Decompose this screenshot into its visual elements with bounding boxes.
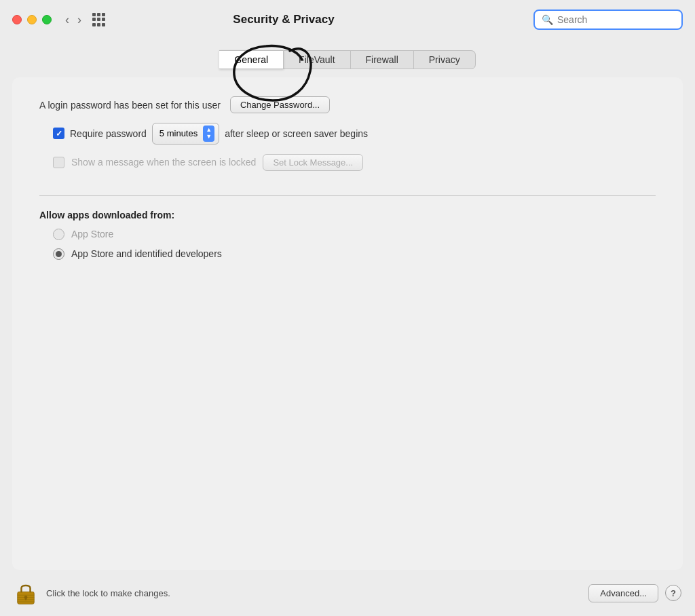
lock-icon[interactable]: [14, 581, 38, 605]
radio-app-store-developers[interactable]: [53, 248, 64, 260]
require-password-checkbox[interactable]: [53, 128, 64, 139]
allow-apps-title: Allow apps downloaded from:: [39, 210, 656, 220]
help-button[interactable]: ?: [665, 585, 681, 601]
svg-rect-6: [25, 598, 26, 600]
password-delay-dropdown[interactable]: 5 minutes ▲ ▼: [152, 123, 219, 145]
close-button[interactable]: [12, 15, 22, 24]
tab-privacy[interactable]: Privacy: [414, 50, 476, 69]
search-input[interactable]: [557, 14, 675, 25]
main-window: ‹ › Security & Privacy 🔍 General FileVau…: [0, 0, 695, 616]
radio-app-store-developers-label: App Store and identified developers: [71, 248, 222, 259]
require-password-label: Require password: [70, 128, 147, 139]
section-divider: [39, 195, 656, 196]
require-password-row: Require password 5 minutes ▲ ▼ after sle…: [53, 123, 656, 145]
bottom-bar: Click the lock to make changes. Advanced…: [0, 570, 695, 616]
advanced-button[interactable]: Advanced...: [588, 584, 658, 602]
download-section: Allow apps downloaded from: App Store Ap…: [39, 210, 656, 260]
search-icon: 🔍: [542, 14, 553, 25]
tabs-row: General FileVault Firewall Privacy: [0, 39, 695, 77]
search-bar[interactable]: 🔍: [533, 9, 683, 30]
lock-message-row: Show a message when the screen is locked…: [53, 154, 656, 171]
radio-app-store-developers-row: App Store and identified developers: [53, 248, 656, 260]
password-delay-value: 5 minutes: [159, 128, 198, 138]
radio-inner-dot: [56, 251, 62, 257]
tab-general[interactable]: General: [219, 50, 284, 69]
radio-app-store-label: App Store: [71, 229, 113, 239]
tab-filevault[interactable]: FileVault: [284, 50, 350, 69]
window-title: Security & Privacy: [34, 13, 533, 26]
tab-firewall[interactable]: Firewall: [351, 50, 414, 69]
radio-app-store[interactable]: [53, 229, 64, 240]
lock-message-label: Show a message when the screen is locked: [71, 157, 256, 168]
dropdown-arrows-icon: ▲ ▼: [203, 126, 214, 142]
change-password-button[interactable]: Change Password...: [230, 96, 330, 113]
lock-text: Click the lock to make changes.: [46, 588, 588, 598]
content-area: A login password has been set for this u…: [12, 77, 683, 570]
password-section: A login password has been set for this u…: [39, 96, 656, 190]
password-set-label: A login password has been set for this u…: [39, 100, 221, 111]
after-sleep-label: after sleep or screen saver begins: [225, 128, 368, 139]
radio-app-store-row: App Store: [53, 229, 656, 240]
title-bar: ‹ › Security & Privacy 🔍: [0, 0, 695, 39]
set-lock-message-button[interactable]: Set Lock Message...: [263, 154, 363, 171]
password-set-row: A login password has been set for this u…: [39, 96, 656, 113]
lock-message-checkbox[interactable]: [53, 157, 64, 168]
